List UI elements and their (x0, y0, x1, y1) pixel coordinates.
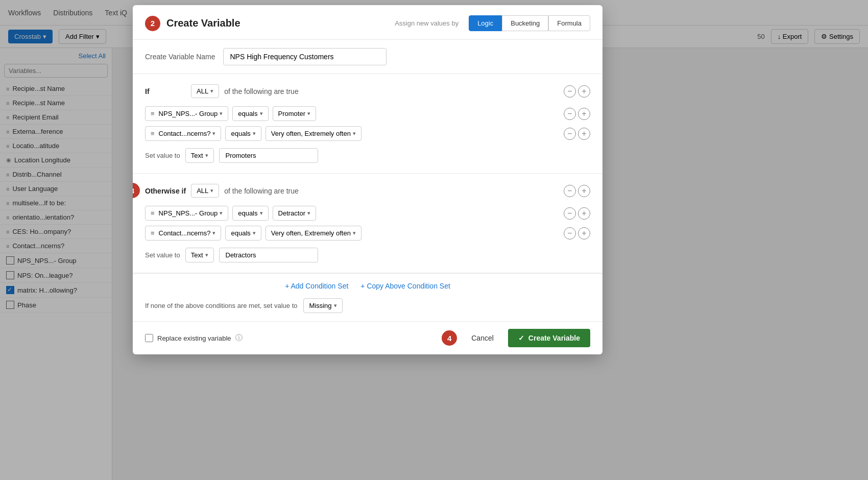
chevron-down-icon: ▾ (205, 252, 208, 258)
otherwise-all-dropdown[interactable]: ALL ▾ (191, 184, 219, 198)
if-row2-remove-button[interactable]: − (564, 128, 576, 140)
chevron-down-icon: ▾ (334, 302, 337, 309)
otherwise-row2-add-remove: − + (564, 227, 590, 239)
default-value-row: If none of the above conditions are met,… (145, 298, 590, 313)
if-row2-add-remove: − + (564, 128, 590, 140)
list-icon: ≡ (151, 209, 155, 217)
otherwise-add-button[interactable]: + (578, 185, 590, 197)
chevron-down-icon: ▾ (205, 152, 208, 159)
otherwise-row1-add-button[interactable]: + (578, 207, 590, 220)
otherwise-operator-1-dropdown[interactable]: equals ▾ (232, 206, 268, 221)
bottom-right-actions: 4 Cancel ✓ Create Variable (442, 329, 590, 347)
otherwise-if-section: 3 Otherwise if ALL ▾ of the following ar… (133, 174, 602, 273)
if-row2-add-button[interactable]: + (578, 128, 590, 140)
assign-section: Assign new values by Logic Bucketing For… (395, 15, 590, 31)
modal-header: 2 Create Variable Assign new values by L… (133, 5, 602, 40)
otherwise-field-2-dropdown[interactable]: ≡ Contact...ncerns? ▾ (145, 226, 221, 241)
add-condition-set-button[interactable]: + Add Condition Set (285, 282, 348, 290)
chevron-down-icon: ▾ (253, 230, 256, 236)
chevron-down-icon: ▾ (210, 187, 213, 194)
footer-actions: + Add Condition Set + Copy Above Conditi… (133, 273, 602, 321)
list-icon: ≡ (151, 130, 155, 137)
otherwise-condition-row-2: ≡ Contact...ncerns? ▾ equals ▾ Very ofte… (145, 226, 590, 241)
otherwise-operator-2-dropdown[interactable]: equals ▾ (225, 226, 261, 241)
add-condition-buttons-row: + Add Condition Set + Copy Above Conditi… (145, 282, 590, 290)
if-following-text: of the following are true (224, 87, 299, 95)
if-field-1-dropdown[interactable]: ≡ NPS_NPS...- Group ▾ (145, 106, 228, 121)
replace-existing-label: Replace existing variable (157, 334, 231, 342)
otherwise-row1-add-remove: − + (564, 207, 590, 220)
create-variable-button[interactable]: ✓ Create Variable (508, 329, 590, 347)
if-value-1-dropdown[interactable]: Promoter ▾ (273, 106, 316, 121)
assign-buttons-group: Logic Bucketing Formula (469, 15, 590, 31)
otherwise-following-text: of the following are true (224, 187, 299, 195)
if-set-value-label: Set value to (145, 152, 180, 159)
if-type-dropdown[interactable]: Text ▾ (185, 148, 214, 163)
chevron-down-icon: ▾ (253, 130, 256, 137)
formula-button[interactable]: Formula (548, 15, 590, 31)
replace-existing-checkbox[interactable] (145, 334, 153, 342)
modal-body: If ALL ▾ of the following are true − + ≡… (133, 74, 602, 321)
if-row1-remove-button[interactable]: − (564, 108, 576, 120)
if-condition-row-2: ≡ Contact...ncerns? ▾ equals ▾ Very ofte… (145, 126, 590, 141)
modal-title: Create Variable (166, 17, 240, 29)
variable-name-row: Create Variable Name (133, 40, 602, 74)
otherwise-set-value-row: Set value to Text ▾ (145, 248, 590, 262)
chevron-down-icon: ▾ (307, 110, 310, 117)
if-operator-1-dropdown[interactable]: equals ▾ (232, 106, 268, 121)
if-add-remove-buttons: − + (564, 85, 590, 98)
chevron-down-icon: ▾ (307, 210, 310, 217)
chevron-down-icon: ▾ (212, 230, 215, 236)
info-icon[interactable]: ⓘ (235, 333, 243, 343)
chevron-down-icon: ▾ (220, 110, 223, 117)
modal-bottom-bar: Replace existing variable ⓘ 4 Cancel ✓ C… (133, 321, 602, 354)
if-value-text-input[interactable] (219, 148, 318, 163)
if-condition-header: If ALL ▾ of the following are true − + (145, 84, 590, 98)
chevron-down-icon: ▾ (260, 210, 263, 217)
otherwise-if-keyword: Otherwise if (145, 187, 186, 195)
chevron-down-icon: ▾ (260, 110, 263, 117)
otherwise-remove-button[interactable]: − (564, 185, 576, 197)
otherwise-add-remove-buttons: − + (564, 185, 590, 197)
if-row1-add-remove: − + (564, 108, 590, 120)
otherwise-row2-remove-button[interactable]: − (564, 227, 576, 239)
otherwise-row1-remove-button[interactable]: − (564, 207, 576, 220)
cancel-button[interactable]: Cancel (463, 330, 502, 346)
assign-label: Assign new values by (395, 19, 459, 27)
otherwise-value-2-dropdown[interactable]: Very often, Extremely often ▾ (266, 226, 361, 241)
chevron-down-icon: ▾ (210, 88, 213, 94)
if-all-dropdown[interactable]: ALL ▾ (191, 84, 219, 98)
if-condition-row-1: ≡ NPS_NPS...- Group ▾ equals ▾ Promoter … (145, 106, 590, 121)
if-keyword: If (145, 87, 186, 95)
chevron-down-icon: ▾ (220, 210, 223, 217)
missing-dropdown[interactable]: Missing ▾ (303, 298, 342, 313)
otherwise-condition-header: Otherwise if ALL ▾ of the following are … (145, 184, 590, 198)
if-remove-button[interactable]: − (564, 85, 576, 98)
otherwise-condition-row-1: ≡ NPS_NPS...- Group ▾ equals ▾ Detractor… (145, 206, 590, 221)
otherwise-row2-add-button[interactable]: + (578, 227, 590, 239)
if-section: If ALL ▾ of the following are true − + ≡… (133, 74, 602, 174)
chevron-down-icon: ▾ (353, 130, 356, 137)
checkmark-icon: ✓ (518, 334, 524, 342)
otherwise-type-dropdown[interactable]: Text ▾ (185, 248, 214, 262)
logic-button[interactable]: Logic (469, 15, 502, 31)
bucketing-button[interactable]: Bucketing (502, 15, 548, 31)
otherwise-field-1-dropdown[interactable]: ≡ NPS_NPS...- Group ▾ (145, 206, 228, 221)
otherwise-value-text-input[interactable] (219, 248, 318, 262)
if-add-button[interactable]: + (578, 85, 590, 98)
list-icon: ≡ (151, 110, 155, 117)
step-3-badge: 3 (133, 183, 140, 198)
if-field-2-dropdown[interactable]: ≡ Contact...ncerns? ▾ (145, 126, 221, 141)
chevron-down-icon: ▾ (353, 230, 356, 236)
variable-name-label: Create Variable Name (145, 53, 215, 61)
if-set-value-row: Set value to Text ▾ (145, 148, 590, 163)
if-operator-2-dropdown[interactable]: equals ▾ (225, 126, 261, 141)
step-2-badge: 2 (145, 16, 160, 31)
if-row1-add-button[interactable]: + (578, 108, 590, 120)
variable-name-input[interactable] (223, 48, 387, 65)
copy-above-condition-set-button[interactable]: + Copy Above Condition Set (360, 282, 450, 290)
if-value-2-dropdown[interactable]: Very often, Extremely often ▾ (266, 126, 361, 141)
replace-existing-row: Replace existing variable ⓘ (145, 333, 243, 343)
otherwise-value-1-dropdown[interactable]: Detractor ▾ (273, 206, 316, 221)
default-text: If none of the above conditions are met,… (145, 302, 297, 309)
